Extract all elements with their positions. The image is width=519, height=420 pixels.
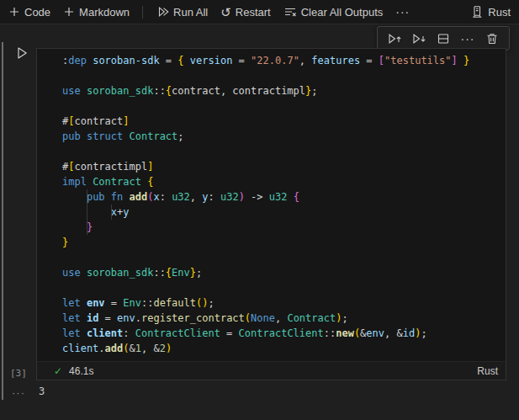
code-token: ; bbox=[196, 267, 202, 279]
code-cell: :dep soroban-sdk = { version = "22.0.7",… bbox=[36, 48, 506, 380]
restart-button[interactable]: ↺ Restart bbox=[220, 6, 270, 19]
code-token: use bbox=[62, 267, 81, 279]
cell-output: ··· 3 bbox=[0, 383, 519, 407]
cell-status-bar: ✓ 46.1s Rust bbox=[37, 361, 506, 380]
code-token: = bbox=[360, 55, 379, 66]
code-line: pub struct Contract; bbox=[62, 129, 506, 144]
code-line: let env = Env::default(); bbox=[62, 295, 506, 311]
output-collapse-button[interactable]: ··· bbox=[12, 386, 25, 399]
restart-icon: ↺ bbox=[220, 6, 231, 19]
add-code-button[interactable]: Code bbox=[8, 6, 50, 19]
toolbar-divider bbox=[142, 6, 143, 19]
code-token: 1 bbox=[135, 343, 141, 354]
code-token: :: bbox=[324, 327, 336, 339]
code-token: add bbox=[130, 191, 148, 203]
indent-guide bbox=[111, 205, 112, 220]
code-token: client bbox=[62, 343, 98, 354]
code-line: #[contractimpl] bbox=[62, 159, 506, 174]
code-token: = bbox=[98, 312, 117, 324]
execution-count: [3] bbox=[10, 368, 27, 379]
code-token: , bbox=[190, 191, 202, 203]
clear-all-outputs-label: Clear All Outputs bbox=[301, 6, 384, 19]
run-below-icon bbox=[412, 32, 426, 45]
indent-guide bbox=[87, 189, 87, 235]
code-token: , bbox=[275, 312, 287, 324]
split-cell-button[interactable] bbox=[433, 29, 453, 49]
code-token: contractimpl bbox=[232, 85, 305, 97]
cell-language-picker[interactable]: Rust bbox=[477, 365, 498, 377]
cell-more-button[interactable]: ··· bbox=[458, 29, 478, 49]
kernel-label: Rust bbox=[488, 6, 511, 19]
code-token: Contract bbox=[287, 312, 336, 324]
code-token: version bbox=[190, 55, 233, 66]
run-cell-button[interactable] bbox=[14, 45, 29, 61]
run-all-icon bbox=[156, 5, 169, 19]
code-token: :: bbox=[153, 267, 165, 279]
run-all-button[interactable]: Run All bbox=[156, 5, 208, 19]
run-above-icon bbox=[388, 32, 402, 45]
add-code-label: Code bbox=[24, 6, 50, 19]
code-token: = bbox=[232, 55, 251, 66]
code-line: } bbox=[62, 220, 506, 235]
code-token: env bbox=[87, 297, 105, 309]
execute-above-button[interactable] bbox=[384, 29, 405, 49]
code-line: let client: ContractClient = ContractCli… bbox=[62, 326, 506, 341]
code-line bbox=[62, 68, 506, 83]
code-token: x bbox=[153, 191, 159, 203]
toolbar-more-button[interactable]: ··· bbox=[395, 6, 410, 18]
execution-duration: 46.1s bbox=[69, 365, 93, 377]
code-token: = bbox=[220, 327, 239, 339]
cell-toolbar: ··· bbox=[377, 26, 510, 51]
code-token: , bbox=[384, 327, 396, 339]
code-token: = bbox=[160, 55, 178, 66]
code-token bbox=[62, 191, 87, 203]
output-value: 3 bbox=[39, 385, 45, 397]
code-token bbox=[105, 191, 111, 203]
code-token bbox=[81, 312, 87, 324]
code-token: add bbox=[105, 343, 124, 354]
code-token: impl bbox=[62, 176, 87, 188]
delete-cell-button[interactable] bbox=[482, 29, 502, 49]
cell-focus-indicator bbox=[2, 42, 3, 400]
trash-icon bbox=[485, 32, 499, 45]
code-line: pub fn add(x: u32, y: u32) -> u32 { bbox=[62, 189, 506, 205]
code-token bbox=[81, 327, 87, 339]
code-token: id bbox=[87, 312, 98, 324]
code-token: env bbox=[117, 312, 135, 324]
code-token: use bbox=[62, 85, 81, 97]
code-line: #[contract] bbox=[62, 114, 506, 129]
code-token: Contract bbox=[93, 176, 141, 188]
code-token: Contract bbox=[130, 130, 178, 142]
code-token: : bbox=[209, 191, 220, 203]
kernel-picker-button[interactable]: Rust bbox=[470, 5, 511, 19]
code-line: use soroban_sdk::{contract, contractimpl… bbox=[62, 83, 506, 98]
cell-code-editor[interactable]: :dep soroban-sdk = { version = "22.0.7",… bbox=[37, 49, 506, 361]
code-token: features bbox=[311, 55, 360, 66]
execute-below-button[interactable] bbox=[409, 29, 429, 49]
code-token: pub bbox=[87, 191, 105, 203]
code-token: } bbox=[62, 237, 68, 248]
code-token: let bbox=[62, 327, 81, 339]
code-token: ] bbox=[123, 115, 129, 127]
code-token: ] bbox=[147, 161, 153, 173]
add-markdown-label: Markdown bbox=[79, 6, 130, 19]
code-token: soroban-sdk bbox=[93, 55, 159, 66]
code-token: } bbox=[190, 267, 196, 279]
code-token: ContractClient bbox=[135, 327, 220, 339]
code-token: struct bbox=[87, 130, 123, 142]
code-token bbox=[123, 191, 129, 203]
code-token: "testutils" bbox=[384, 55, 451, 66]
code-token bbox=[184, 55, 190, 66]
clear-all-outputs-button[interactable]: Clear All Outputs bbox=[283, 5, 384, 19]
code-token: { bbox=[294, 191, 299, 203]
add-markdown-button[interactable]: Markdown bbox=[63, 6, 130, 19]
code-token: let bbox=[62, 297, 81, 309]
code-token: ) bbox=[166, 343, 172, 354]
code-token: . bbox=[135, 312, 141, 324]
code-token: } bbox=[463, 55, 469, 66]
code-token: & bbox=[130, 343, 135, 354]
plus-icon bbox=[8, 6, 20, 18]
code-line bbox=[62, 98, 506, 114]
code-token: new bbox=[336, 327, 354, 339]
code-line: use soroban_sdk::{Env}; bbox=[62, 265, 506, 280]
